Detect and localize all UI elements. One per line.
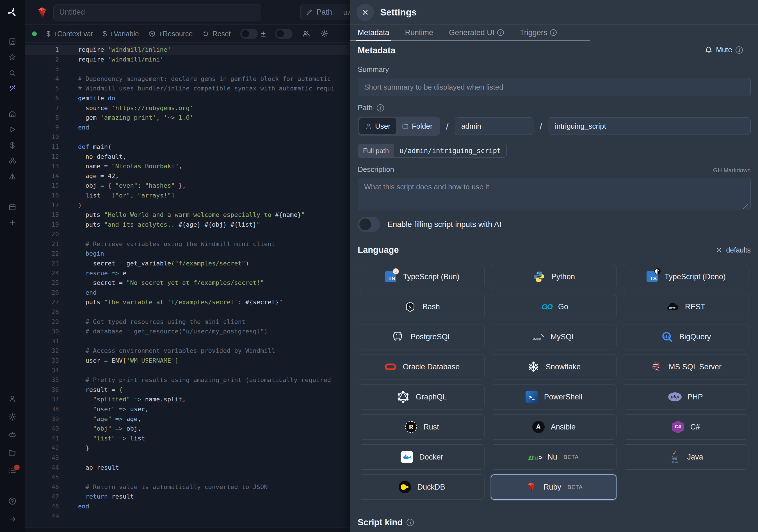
code-line[interactable]: 18 puts "Hello World and a warm welcome … <box>25 210 350 220</box>
mute-button[interactable]: Mute i <box>705 46 743 54</box>
language-card-ms-sql-server[interactable]: MS SQL Server <box>623 354 748 379</box>
tab-generated-ui[interactable]: Generated UIi <box>449 25 504 40</box>
code-line[interactable]: 44 ap result <box>25 463 350 473</box>
code-line[interactable]: 39 "age" => age, <box>25 414 350 424</box>
owner-kind-folder[interactable]: Folder <box>396 118 438 134</box>
language-card-postgresql[interactable]: PostgreSQL <box>359 324 485 349</box>
code-line[interactable]: 25 secret = "No secret yet at f/examples… <box>25 278 350 288</box>
windmill-logo[interactable] <box>0 0 25 25</box>
diff-mode-toggle[interactable] <box>240 29 258 39</box>
language-card-duckdb[interactable]: DuckDB <box>359 475 485 500</box>
code-line[interactable]: 19 puts "and its acolytes.. #{age} #{obj… <box>25 220 350 230</box>
language-card-graphql[interactable]: GraphQL <box>359 384 485 409</box>
code-line[interactable]: 24 rescue => e <box>25 268 350 278</box>
path-owner-input[interactable] <box>455 118 534 135</box>
code-line[interactable]: 40 "obj" => obj, <box>25 424 350 434</box>
code-line[interactable]: 7 source 'https://rubygems.org' <box>25 103 350 113</box>
code-line[interactable]: 1require 'windmill/inline' <box>25 45 350 55</box>
code-line[interactable]: 13 name = "Nicolas Bourbaki", <box>25 161 350 171</box>
language-card-mysql[interactable]: MySQLMySQL <box>491 324 616 349</box>
code-line[interactable]: 26 end <box>25 288 350 298</box>
code-line[interactable]: 46 # Return value is automatically conve… <box>25 482 350 492</box>
language-defaults-button[interactable]: defaults <box>715 246 751 254</box>
sidebar-item-home-icon[interactable] <box>5 107 20 121</box>
code-editor[interactable]: 1require 'windmill/inline'2require 'wind… <box>25 43 350 527</box>
code-line[interactable]: 36 result = { <box>25 385 350 395</box>
collaborators-icon[interactable] <box>302 29 311 38</box>
language-card-python[interactable]: Python <box>491 264 616 289</box>
sidebar-item-folder-icon[interactable] <box>5 446 20 460</box>
sidebar-item-magic-wand-icon[interactable] <box>5 82 20 95</box>
language-card-ruby[interactable]: RubyBETA <box>491 475 616 500</box>
code-line[interactable]: 42 } <box>25 443 350 453</box>
code-line[interactable]: 41 "list" => list <box>25 434 350 443</box>
code-line[interactable]: 32 # Access environment variables provid… <box>25 346 350 356</box>
sidebar-item-calendar-icon[interactable] <box>5 200 20 214</box>
code-line[interactable]: 6gemfile do <box>25 93 350 103</box>
code-line[interactable]: 43 <box>25 453 350 463</box>
language-card-go[interactable]: -=GOGo <box>491 294 616 319</box>
tab-metadata[interactable]: Metadata <box>358 25 389 40</box>
code-line[interactable]: 47 return result <box>25 492 350 502</box>
reset-button[interactable]: Reset <box>202 30 230 38</box>
owner-kind-user[interactable]: User <box>359 118 396 134</box>
code-line[interactable]: 29 # Get typed resources using the mini … <box>25 317 350 327</box>
sidebar-item-list-icon[interactable] <box>5 464 20 478</box>
code-line[interactable]: 38 "user" => user, <box>25 405 350 414</box>
code-line[interactable]: 48end <box>25 502 350 512</box>
language-card-java[interactable]: JavaJava <box>623 444 748 470</box>
code-line[interactable]: 20 <box>25 230 350 239</box>
code-line[interactable]: 35 # Pretty print results using amazing_… <box>25 375 350 385</box>
code-line[interactable]: 30 # database = get_resource("u/user/my_… <box>25 327 350 337</box>
sidebar-item-pyramid-icon[interactable] <box>5 170 20 183</box>
code-line[interactable]: 23 secret = get_variable("f/examples/sec… <box>25 259 350 268</box>
code-line[interactable]: 21 # Retrieve variables using the Windmi… <box>25 239 350 249</box>
code-line[interactable]: 3 <box>25 64 350 74</box>
sidebar-item-help-icon[interactable] <box>5 494 20 508</box>
code-line[interactable]: 22 begin <box>25 249 350 259</box>
code-line[interactable]: 27 puts "The variable at 'f/examples/sec… <box>25 298 350 307</box>
code-line[interactable]: 31 <box>25 337 350 346</box>
sidebar-item-star-icon[interactable] <box>5 51 20 64</box>
language-card-typescript-bun-[interactable]: TSTypeScript (Bun) <box>359 264 485 289</box>
code-line[interactable]: 14 age = 42, <box>25 171 350 181</box>
code-line[interactable]: 4# Dependency management: declare gems i… <box>25 74 350 84</box>
sidebar-item-arrow-right-icon[interactable] <box>5 512 20 526</box>
sidebar-item-dollar-icon[interactable]: $ <box>5 138 20 152</box>
language-card-c-[interactable]: C#C# <box>623 414 748 440</box>
language-card-docker[interactable]: Docker <box>359 444 485 470</box>
code-line[interactable]: 33 user = ENV['WM_USERNAME'] <box>25 356 350 366</box>
add-variable-button[interactable]: $ +Variable <box>103 29 139 38</box>
language-card-powershell[interactable]: >_PowerShell <box>491 384 616 409</box>
code-line[interactable]: 45 <box>25 473 350 482</box>
tab-runtime[interactable]: Runtime <box>405 25 433 40</box>
add-resource-button[interactable]: +Resource <box>149 30 193 38</box>
code-line[interactable]: 2require 'windmill/mini' <box>25 55 350 65</box>
close-settings-button[interactable] <box>357 4 374 21</box>
editor-settings-gear-icon[interactable] <box>320 29 328 38</box>
code-line[interactable]: 10 <box>25 132 350 142</box>
code-line[interactable]: 11def main( <box>25 142 350 152</box>
language-card-bash[interactable]: $Bash <box>359 294 485 319</box>
path-name-input[interactable] <box>549 118 751 135</box>
sidebar-item-cubes-icon[interactable] <box>5 154 20 168</box>
sidebar-item-robot-icon[interactable] <box>5 428 20 442</box>
description-textarea[interactable] <box>358 178 751 210</box>
code-line[interactable]: 9end <box>25 123 350 132</box>
code-line[interactable]: 16 list = ["or", "arrays!"] <box>25 191 350 200</box>
summary-input[interactable] <box>358 78 751 96</box>
sidebar-item-play-icon[interactable] <box>5 123 20 136</box>
code-line[interactable]: 28 <box>25 307 350 317</box>
sidebar-item-building-icon[interactable] <box>5 35 20 48</box>
code-line[interactable]: 49 <box>25 512 350 521</box>
code-line[interactable]: 5# Windmill uses bundler/inline compatib… <box>25 84 350 93</box>
code-line[interactable]: 12 no_default, <box>25 152 350 162</box>
sidebar-item-plus-icon[interactable] <box>5 216 20 230</box>
language-card-bigquery[interactable]: BigQuery <box>623 324 748 349</box>
language-card-ansible[interactable]: AAnsible <box>491 414 616 440</box>
sidebar-item-user-icon[interactable] <box>5 392 20 406</box>
ai-fill-toggle[interactable] <box>358 217 380 232</box>
code-line[interactable]: 34 <box>25 366 350 375</box>
tab-triggers[interactable]: Triggersi <box>520 25 557 40</box>
sidebar-item-search-icon[interactable] <box>5 66 20 80</box>
